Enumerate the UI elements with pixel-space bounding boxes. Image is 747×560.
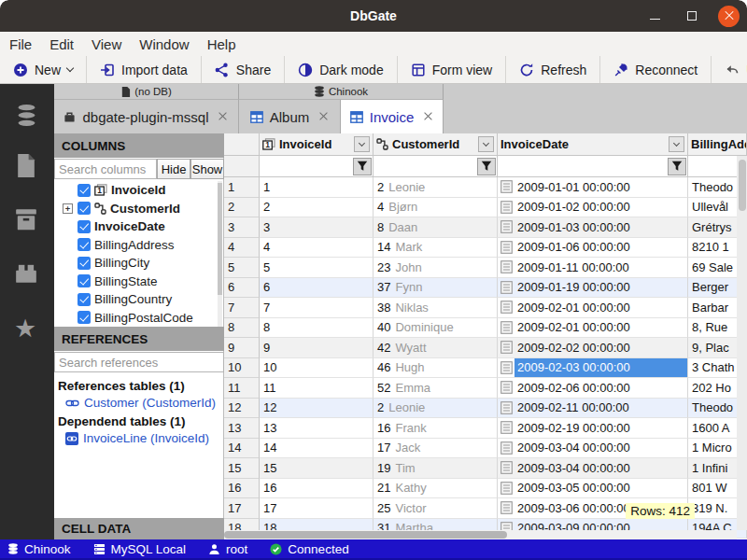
invoice-id-cell[interactable]: 13 [260,418,374,439]
toolbar-button-share[interactable]: Share [202,56,285,83]
column-list-item-billingstate[interactable]: BillingState [54,273,218,291]
close-button[interactable] [718,6,740,27]
row-number-cell[interactable]: 11 [224,378,260,399]
column-checkbox[interactable] [78,311,91,324]
invoice-date-cell[interactable]: 2009-01-11 00:00:00 [498,258,688,278]
columns-list-scrollbar[interactable] [218,181,222,327]
activity-bar-item-favorites[interactable]: ★ [14,316,36,342]
invoice-id-cell[interactable]: 4 [260,238,374,259]
filter-input-customerid[interactable] [374,156,477,176]
show-columns-button[interactable]: Show [190,159,224,179]
tab-close-icon[interactable] [422,111,433,122]
column-menu-button[interactable] [354,136,370,152]
menu-item-edit[interactable]: Edit [49,36,74,52]
toolbar-button-reconnect[interactable]: Reconnect [600,56,712,83]
invoice-id-cell[interactable]: 1 [260,177,374,198]
activity-bar-item-files[interactable] [14,153,37,182]
column-list-item-customerid[interactable]: +CustomerId [54,200,218,218]
column-list-item-billingpostalcode[interactable]: BillingPostalCode [54,309,218,328]
customer-id-cell[interactable]: 19Tim [374,458,498,479]
customer-id-cell[interactable]: 21Kathy [374,479,498,499]
invoice-date-cell[interactable]: 2009-02-06 00:00:00 [498,378,688,399]
invoice-id-cell[interactable]: 17 [260,498,374,519]
customer-id-cell[interactable]: 37Fynn [374,278,498,299]
horizontal-scrollbar-thumb[interactable] [224,531,507,539]
invoice-date-cell[interactable]: 2009-01-19 00:00:00 [498,278,688,299]
search-columns-input[interactable] [54,159,157,179]
customer-id-cell[interactable]: 2Leonie [374,399,498,419]
activity-bar-item-databases[interactable] [14,103,39,132]
toolbar-button-form-view[interactable]: Form view [398,56,507,83]
activity-bar-item-archive[interactable] [14,208,38,235]
row-number-cell[interactable]: 17 [224,498,260,519]
row-number-cell[interactable]: 5 [224,258,260,278]
invoice-id-cell[interactable]: 3 [260,217,374,238]
reference-link[interactable]: InvoiceLine (InvoiceId) [65,431,222,445]
invoice-id-cell[interactable]: 16 [260,479,374,499]
filter-menu-button[interactable] [668,158,686,175]
invoice-date-cell[interactable]: 2009-01-01 00:00:00 [498,177,688,198]
row-number-cell[interactable]: 4 [224,238,260,259]
invoice-id-cell[interactable]: 2 [260,198,374,218]
row-number-cell[interactable]: 12 [224,399,260,419]
filter-input-invoicedate[interactable] [498,156,668,176]
activity-bar-item-plugins[interactable] [14,262,38,287]
row-number-cell[interactable]: 9 [224,338,260,358]
invoice-id-cell[interactable]: 6 [260,278,374,299]
maximize-button[interactable] [681,5,703,27]
invoice-id-cell[interactable]: 5 [260,258,374,278]
toolbar-button-new[interactable]: New [0,56,87,83]
column-header-invoiceid[interactable]: 1InvoiceId [260,133,374,156]
search-references-input[interactable] [54,352,224,372]
column-checkbox[interactable] [78,184,91,197]
customer-id-cell[interactable]: 14Mark [374,238,498,259]
invoice-date-cell[interactable]: 2009-02-01 00:00:00 [498,318,688,339]
invoice-date-cell[interactable]: 2009-01-02 00:00:00 [498,198,688,218]
row-number-cell[interactable]: 6 [224,278,260,299]
menu-item-file[interactable]: File [9,36,32,52]
column-list-item-billingcity[interactable]: BillingCity [54,254,218,273]
column-checkbox[interactable] [78,202,91,215]
menu-item-window[interactable]: Window [139,36,189,52]
filter-menu-button[interactable] [477,158,496,175]
invoice-date-cell[interactable]: 2009-01-06 00:00:00 [498,238,688,259]
tab-dbgate-plugin-mssql[interactable]: dbgate-plugin-mssql [54,100,239,133]
column-checkbox[interactable] [78,274,91,287]
column-header-customerid[interactable]: CustomerId [374,133,498,156]
toolbar-button-refresh[interactable]: Refresh [506,56,600,83]
vertical-scrollbar[interactable] [737,156,747,530]
row-number-cell[interactable]: 16 [224,479,260,499]
tab-invoice[interactable]: Invoice [341,100,444,133]
vertical-scrollbar-thumb[interactable] [739,160,746,211]
column-list-item-invoiceid[interactable]: 1InvoiceId [54,181,218,200]
row-number-cell[interactable]: 13 [224,418,260,439]
column-menu-button[interactable] [669,136,684,152]
row-number-cell[interactable]: 2 [224,198,260,218]
statusbar-item-connected[interactable]: Connected [270,542,348,556]
hide-columns-button[interactable]: Hide [157,159,190,179]
statusbar-item-chinook[interactable]: Chinook [7,542,71,556]
horizontal-scrollbar[interactable] [224,530,737,539]
invoice-date-cell[interactable]: 2009-01-03 00:00:00 [498,217,688,238]
customer-id-cell[interactable]: 16Frank [374,418,498,439]
row-number-cell[interactable]: 3 [224,217,260,238]
column-checkbox[interactable] [78,293,91,306]
row-number-cell[interactable]: 10 [224,358,260,379]
invoice-id-cell[interactable]: 14 [260,439,374,459]
row-number-cell[interactable]: 7 [224,298,260,318]
filter-input-invoiceid[interactable] [260,156,353,176]
invoice-date-cell[interactable]: 2009-03-04 00:00:00 [498,439,688,459]
toolbar-button-undo[interactable]: Undo [712,56,747,83]
invoice-id-cell[interactable]: 11 [260,378,374,399]
invoice-date-cell[interactable]: 2009-02-11 00:00:00 [498,399,688,419]
statusbar-item-mysql-local[interactable]: MySQL Local [93,542,187,556]
customer-id-cell[interactable]: 23John [374,258,498,278]
column-checkbox[interactable] [78,220,91,233]
expand-plus-icon[interactable]: + [63,203,73,214]
row-number-cell[interactable]: 1 [224,177,260,198]
invoice-id-cell[interactable]: 8 [260,318,374,339]
tab-close-icon[interactable] [317,111,329,122]
invoice-date-cell[interactable]: 2009-03-05 00:00:00 [498,479,688,499]
column-list-item-billingaddress[interactable]: BillingAddress [54,236,218,255]
reference-link[interactable]: Customer (CustomerId) [65,396,222,410]
